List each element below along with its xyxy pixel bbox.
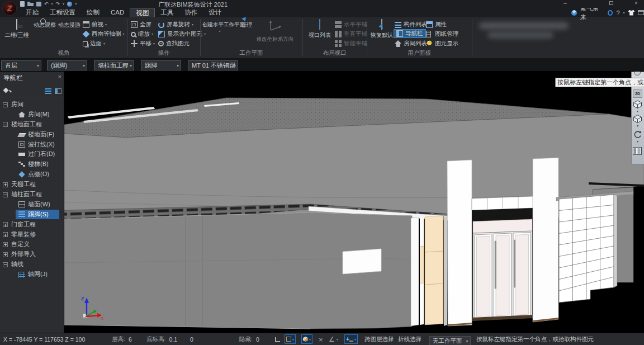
tracking-toggle[interactable]: +▾ — [344, 334, 358, 344]
expand-icon[interactable] — [3, 242, 8, 247]
3d-viewport[interactable]: Z X 2D ▾ ▾ ▾ 按鼠标左键指定第一个角点，或拾取构件图元 — [64, 72, 644, 333]
sidebar-close-icon[interactable]: × — [58, 73, 61, 81]
building-model[interactable]: Z X — [64, 98, 644, 329]
entrance-doors[interactable] — [475, 233, 531, 319]
disable-snap-button[interactable]: × — [319, 333, 323, 345]
expand-icon[interactable] — [3, 182, 8, 187]
redo-icon[interactable]: ↷ — [56, 1, 60, 7]
workplane-select[interactable]: 无工作平面 — [429, 336, 471, 345]
btn-sheet-manage[interactable]: 图纸管理 — [426, 30, 458, 38]
open-file-icon[interactable] — [27, 2, 34, 6]
btn-sw-isometric[interactable]: 西南等轴侧▾ — [83, 30, 125, 38]
tab-start[interactable]: 开始 — [20, 8, 44, 17]
tab-cad[interactable]: CAD — [105, 8, 130, 17]
customize-caret-icon[interactable]: ▾ — [75, 1, 77, 7]
btn-walkthrough[interactable]: 动态漫游 — [57, 20, 82, 29]
new-file-icon[interactable] — [20, 1, 25, 7]
redo-caret-icon[interactable]: ▾ — [63, 1, 64, 7]
tree-group-axis[interactable]: 轴线 — [0, 259, 64, 270]
rotate-dropdown-caret[interactable]: ▾ — [633, 139, 642, 143]
btn-manage-workplane[interactable]: 管理 — [237, 20, 256, 29]
tab-design[interactable]: 设计 — [203, 8, 227, 17]
part-select[interactable]: (踢脚) — [47, 60, 87, 70]
account-area[interactable]: 紫气东来 ? ▾ — [571, 8, 644, 17]
help-caret-icon[interactable]: ▾ — [623, 10, 625, 16]
cloud-sync-icon[interactable] — [67, 2, 72, 7]
nav-2d-button[interactable]: 2D — [633, 89, 642, 98]
storey-select[interactable]: 首层 — [1, 60, 41, 70]
panel-strip[interactable] — [420, 283, 424, 325]
model-canvas[interactable]: Z X — [64, 72, 644, 333]
btn-find-element[interactable]: 查找图元 — [158, 40, 190, 48]
sync-status-icon[interactable] — [608, 10, 613, 16]
tree-group-misc-decoration[interactable]: 零星装修 — [0, 230, 64, 240]
help-button[interactable]: ? — [616, 10, 619, 16]
cream-panel[interactable] — [420, 246, 424, 283]
tree-group-wall-works[interactable]: 墙柱面工程 — [0, 190, 64, 200]
3d-snap-toggle[interactable]: ▾ — [301, 334, 312, 344]
tree-item-axis-grid[interactable]: 轴网(J) — [0, 270, 64, 280]
angle-snap-button[interactable]: ∠▾ — [329, 333, 338, 345]
btn-zoom[interactable]: 缩放▾ — [131, 30, 153, 38]
btn-full-screen[interactable]: 全屏 — [131, 21, 151, 29]
expand-icon[interactable] — [3, 222, 8, 227]
app-logo[interactable]: Z — [2, 1, 17, 16]
entrance-pillar-left[interactable] — [447, 160, 472, 326]
btn-viewport-list[interactable]: 视口列表 — [307, 20, 333, 39]
theme-skin-icon[interactable] — [628, 10, 635, 16]
undo-caret-icon[interactable]: ▾ — [51, 1, 53, 7]
tile-wall-grid[interactable] — [559, 195, 617, 303]
btn-create-horizontal-workplane[interactable]: 创建水平工作平面 ▾ — [202, 20, 237, 34]
tree-group-custom[interactable]: 自定义 — [0, 239, 64, 249]
collapse-icon[interactable] — [3, 102, 8, 107]
tab-view[interactable]: 视图 — [130, 8, 155, 17]
btn-edge-face[interactable]: 边面▾ — [83, 40, 105, 48]
tree-group-ceiling-works[interactable]: 天棚工程 — [0, 179, 64, 190]
panel-view-icon[interactable] — [55, 88, 61, 94]
btn-top-view[interactable]: 俯视▾ — [83, 21, 107, 29]
entrance-pillar-right[interactable] — [533, 158, 558, 322]
wireframe-cube-icon[interactable] — [633, 100, 642, 109]
tree-group-floor-works[interactable]: 楼地面工程 — [0, 120, 64, 130]
door-handle[interactable] — [495, 241, 496, 289]
btn-room-list[interactable]: 房间列表 — [395, 40, 427, 48]
viewport-list-panel-icon[interactable] — [633, 147, 642, 155]
tree-group-door-window-works[interactable]: 门窗工程 — [0, 220, 64, 230]
tab-project-settings[interactable]: 工程设置 — [44, 8, 81, 17]
door-handle[interactable] — [514, 240, 515, 287]
btn-restore-default[interactable]: 恢复默认 — [369, 20, 395, 39]
tree-item-stair[interactable]: 楼梯(B) — [0, 159, 64, 169]
btn-show-selected[interactable]: 显示选中图元▾ — [158, 30, 206, 38]
tree-item-door-stone[interactable]: 过门石(D) — [0, 149, 64, 159]
tree-item-wall-face[interactable]: 墙面(W) — [0, 200, 64, 210]
tab-tools[interactable]: 工具 — [155, 8, 179, 17]
btn-element-display[interactable]: 图元显示 — [426, 40, 458, 48]
btn-component-list[interactable]: 构件列表 — [395, 21, 427, 29]
cream-panel-column[interactable] — [425, 216, 443, 325]
cube-dropdown-caret[interactable]: ▾ — [633, 109, 642, 113]
collapse-icon[interactable] — [3, 262, 8, 267]
close-button[interactable]: × — [631, 0, 641, 7]
panel-side-strip[interactable] — [444, 216, 447, 326]
collapse-icon[interactable] — [3, 192, 8, 197]
expand-icon[interactable] — [3, 252, 8, 257]
btn-2d3d[interactable]: 2D 二维/三维 — [2, 20, 31, 39]
workspace-panel-icon[interactable] — [638, 10, 644, 15]
selection-box-toggle[interactable]: ▾ — [285, 334, 296, 344]
tree-item-skirting-selected[interactable]: 踢脚(S) — [0, 210, 64, 220]
tab-draw[interactable]: 绘制 — [81, 8, 105, 17]
maximize-button[interactable] — [606, 0, 616, 7]
tree-item-ornament[interactable]: 点缀(O) — [0, 169, 64, 179]
polyline-select-button[interactable]: 折线选择 — [398, 333, 422, 345]
white-panel-strip[interactable] — [411, 218, 419, 326]
collapse-icon[interactable] — [3, 122, 8, 127]
material-select[interactable]: MT 01 不锈钢踢 — [188, 60, 238, 70]
btn-orbit[interactable]: 动态观察 — [32, 20, 57, 29]
view-sphere-icon[interactable] — [634, 72, 641, 75]
category-select[interactable]: 墙柱面工程 — [94, 60, 134, 70]
shaded-cube-icon[interactable] — [633, 115, 642, 124]
btn-navbar-toggle[interactable]: 导航栏 — [394, 29, 426, 38]
tree-group-external-import[interactable]: 外部导入 — [0, 249, 64, 259]
subtype-select[interactable]: 踢脚 — [141, 60, 181, 70]
save-icon[interactable] — [36, 2, 41, 7]
